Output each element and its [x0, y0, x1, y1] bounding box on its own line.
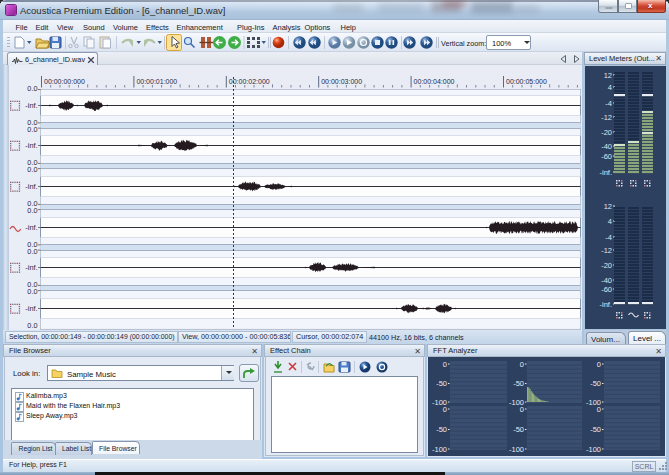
svg-text:-50: -50	[436, 425, 447, 434]
svg-text:-inf.: -inf.	[25, 141, 37, 150]
svg-text:0.0: 0.0	[27, 247, 37, 256]
svg-text:0: 0	[597, 360, 601, 369]
svg-text:-inf.: -inf.	[599, 168, 612, 177]
svg-text:00:00:02:000: 00:00:02:000	[229, 78, 270, 85]
svg-text:00:00:05:000: 00:00:05:000	[506, 78, 547, 85]
svg-text:0.0: 0.0	[27, 84, 37, 93]
svg-text:-40: -40	[601, 276, 612, 285]
svg-text:-40: -40	[601, 142, 612, 151]
svg-text:0: 0	[520, 405, 524, 414]
svg-text:00:00:04:000: 00:00:04:000	[414, 78, 455, 85]
svg-text:00:00:03:000: 00:00:03:000	[321, 78, 362, 85]
svg-text:0.0: 0.0	[27, 125, 37, 134]
svg-text:4: 4	[608, 83, 612, 92]
svg-text:-50: -50	[513, 425, 524, 434]
svg-text:-100: -100	[509, 445, 524, 454]
svg-text:-20: -20	[601, 261, 612, 270]
svg-text:4: 4	[608, 217, 612, 226]
svg-text:0.0: 0.0	[27, 321, 37, 330]
svg-text:-50: -50	[590, 379, 601, 388]
svg-text:-100: -100	[586, 445, 601, 454]
svg-text:-60: -60	[601, 152, 612, 161]
svg-text:-50: -50	[590, 425, 601, 434]
svg-text:0.0: 0.0	[27, 165, 37, 174]
svg-text:0: 0	[443, 405, 447, 414]
svg-text:0: 0	[597, 405, 601, 414]
svg-text:-inf.: -inf.	[599, 300, 612, 309]
svg-text:-4: -4	[605, 233, 612, 242]
svg-text:0: 0	[443, 360, 447, 369]
svg-text:12: 12	[604, 202, 612, 211]
svg-text:00:00:01:000: 00:00:01:000	[136, 78, 177, 85]
svg-text:-50: -50	[513, 379, 524, 388]
svg-text:-12: -12	[601, 113, 612, 122]
svg-text:0.0: 0.0	[27, 206, 37, 215]
svg-text:-60: -60	[601, 285, 612, 294]
svg-text:-inf.: -inf.	[25, 101, 37, 110]
svg-text:0: 0	[520, 360, 524, 369]
svg-text:-inf.: -inf.	[25, 263, 37, 272]
svg-text:00:00:00:000: 00:00:00:000	[44, 78, 85, 85]
svg-text:-50: -50	[436, 379, 447, 388]
svg-text:-12: -12	[601, 246, 612, 255]
svg-text:0.0: 0.0	[27, 287, 37, 296]
svg-text:12: 12	[604, 71, 612, 80]
svg-text:-inf.: -inf.	[25, 223, 37, 232]
svg-text:-inf.: -inf.	[25, 304, 37, 313]
svg-text:-20: -20	[601, 128, 612, 137]
svg-text:-100: -100	[432, 445, 447, 454]
svg-text:-inf.: -inf.	[25, 182, 37, 191]
svg-text:-4: -4	[605, 99, 612, 108]
